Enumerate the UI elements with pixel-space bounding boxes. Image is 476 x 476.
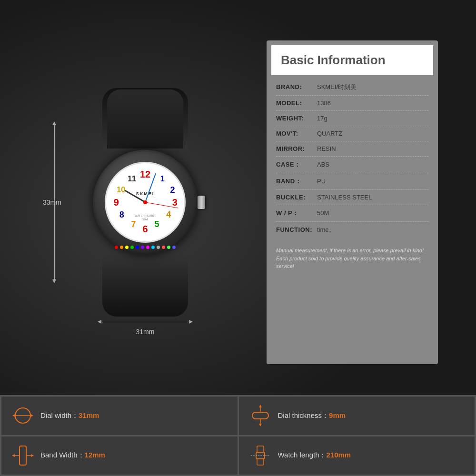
led-dot-2 (120, 246, 123, 249)
info-row-value: 17g (317, 115, 327, 122)
info-header: Basic Information (271, 45, 433, 75)
led-dots (115, 246, 176, 249)
stat-cell-watch-length: Watch length：210mm (239, 436, 475, 475)
stat-value-dial-thickness: 9mm (329, 411, 346, 419)
stat-value-band-width: 12mm (85, 451, 105, 459)
stat-cell-dial-thickness: Dial thickness：9mm (239, 397, 475, 435)
watch-band-top (102, 88, 188, 150)
svg-marker-12 (12, 454, 15, 457)
watch-body: 12 1 2 3 4 5 6 7 8 9 10 11 SKMEI (88, 76, 202, 328)
info-row-label: CASE： (276, 160, 314, 169)
info-row: MODEL:1386 (276, 96, 428, 111)
watch-length-icon (248, 444, 272, 467)
band-width-icon (11, 444, 35, 467)
led-dot-8 (151, 246, 155, 249)
info-row: MOV'T:QUARTZ (276, 126, 428, 141)
info-footer: Manual measurement, if there is an error… (267, 242, 438, 275)
clock-num-4: 4 (166, 210, 171, 220)
led-dot-1 (115, 246, 118, 249)
info-row-value: QUARTZ (317, 130, 342, 137)
stat-text-dial-thickness: Dial thickness：9mm (278, 411, 346, 420)
svg-rect-15 (257, 446, 264, 452)
info-footer-line2: Each product sold to provide quality ass… (276, 255, 428, 270)
info-row-value: time。 (317, 226, 335, 234)
info-row-value: ABS (317, 161, 329, 168)
info-row-label: WEIGHT: (276, 115, 314, 122)
info-row-label: MODEL: (276, 99, 314, 107)
info-row: FUNCTION:time。 (276, 222, 428, 238)
horizontal-dimension-line (98, 320, 193, 324)
info-row: W / P：50M (276, 205, 428, 222)
clock-num-2: 2 (170, 185, 175, 195)
led-dot-5 (136, 246, 139, 249)
info-body: BRAND:SKMEI/时刻美MODEL:1386WEIGHT:17gMOV'T… (267, 75, 438, 242)
svg-rect-4 (252, 412, 268, 419)
info-row-label: MOV'T: (276, 130, 314, 137)
dial-width-icon (11, 404, 35, 427)
info-row-label: FUNCTION: (276, 226, 314, 233)
info-row-value: 50M (317, 209, 329, 217)
led-dot-9 (157, 246, 160, 249)
info-row-value: 1386 (317, 99, 331, 107)
dial-thickness-icon (248, 404, 272, 427)
watch-section: 33mm 12 1 2 3 4 5 6 7 8 9 (38, 40, 252, 364)
stat-text-band-width: Band Width：12mm (40, 451, 105, 460)
clock-num-3: 3 (172, 197, 178, 208)
clock-num-1: 1 (160, 175, 165, 183)
clock-num-10: 10 (117, 186, 125, 194)
info-row-label: MIRROR: (276, 145, 314, 152)
main-area: 33mm 12 1 2 3 4 5 6 7 8 9 (0, 14, 476, 390)
watch-crown (198, 196, 205, 209)
clock-num-6: 6 (142, 223, 148, 234)
info-panel: Basic Information BRAND:SKMEI/时刻美MODEL:1… (267, 40, 438, 364)
info-row-label: BAND： (276, 177, 314, 186)
watch-dial: 12 1 2 3 4 5 6 7 8 9 10 11 SKMEI (105, 162, 186, 243)
led-dot-4 (130, 246, 134, 249)
clock-num-11: 11 (128, 175, 136, 183)
info-row: CASE：ABS (276, 157, 428, 173)
watch-case: 12 1 2 3 4 5 6 7 8 9 10 11 SKMEI (93, 150, 198, 255)
stat-text-dial-width: Dial width：31mm (40, 411, 99, 420)
info-header-title: Basic Information (281, 53, 424, 68)
stat-value-dial-width: 31mm (79, 411, 99, 419)
led-dot-3 (125, 246, 129, 249)
info-row-value: RESIN (317, 145, 336, 152)
svg-rect-16 (257, 459, 264, 465)
svg-rect-9 (20, 446, 26, 465)
center-dot (143, 200, 147, 204)
clock-num-9: 9 (114, 197, 119, 208)
svg-marker-2 (12, 414, 15, 417)
info-row-label: BUCKLE: (276, 194, 314, 201)
water-resist-text: WATER RESIST 50M (135, 214, 156, 222)
led-dot-10 (162, 246, 165, 249)
info-row-value: SKMEI/时刻美 (317, 83, 357, 91)
info-footer-line1: Manual measurement, if there is an error… (276, 247, 428, 255)
stat-cell-dial-width: Dial width：31mm (1, 397, 238, 435)
led-dot-7 (146, 246, 149, 249)
led-dot-11 (167, 246, 170, 249)
brand-text: SKMEI (136, 191, 155, 196)
info-row-value: STAINLESS STEEL (317, 194, 372, 201)
led-dot-12 (172, 246, 176, 249)
watch-band-bottom (102, 255, 188, 317)
info-row: MIRROR:RESIN (276, 141, 428, 157)
info-row-label: W / P： (276, 209, 314, 218)
width-label: 31mm (136, 328, 155, 336)
height-label: 33mm (43, 198, 61, 206)
clock-num-8: 8 (119, 210, 124, 220)
svg-marker-3 (30, 414, 33, 417)
stat-cell-band-width: Band Width：12mm (1, 436, 238, 475)
info-row: BUCKLE:STAINLESS STEEL (276, 190, 428, 205)
bottom-bar: Dial width：31mm Dial thickness：9mm Band … (0, 395, 476, 476)
svg-marker-13 (31, 454, 34, 457)
info-row: BRAND:SKMEI/时刻美 (276, 79, 428, 96)
info-row: WEIGHT:17g (276, 111, 428, 126)
svg-marker-8 (259, 424, 262, 426)
info-row: BAND：PU (276, 173, 428, 190)
led-dot-6 (141, 246, 144, 249)
stat-text-watch-length: Watch length：210mm (278, 451, 351, 460)
info-row-label: BRAND: (276, 83, 314, 90)
clock-num-12: 12 (140, 169, 150, 179)
stat-value-watch-length: 210mm (327, 451, 351, 459)
svg-marker-7 (259, 405, 262, 407)
